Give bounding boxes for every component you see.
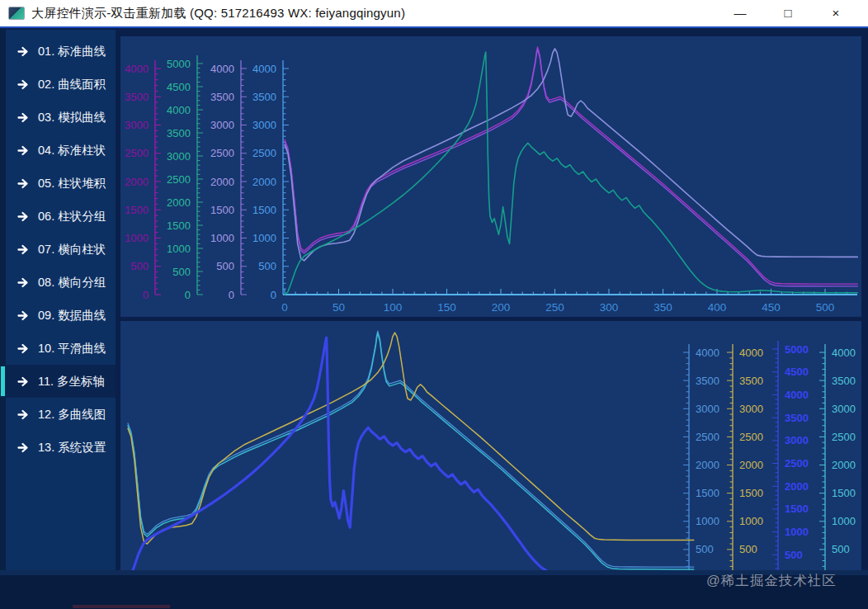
svg-text:2000: 2000 [252, 176, 276, 188]
svg-text:450: 450 [762, 301, 781, 314]
svg-text:4000: 4000 [832, 347, 856, 359]
svg-text:4000: 4000 [739, 347, 763, 359]
svg-text:2000: 2000 [125, 176, 149, 188]
sidebar-item-label: 01. 标准曲线 [38, 44, 106, 59]
svg-text:500: 500 [216, 260, 234, 272]
svg-text:500: 500 [816, 301, 835, 314]
svg-text:3500: 3500 [167, 127, 191, 139]
sidebar-item-03[interactable]: 03. 模拟曲线 [0, 101, 116, 134]
sidebar-item-label: 11. 多坐标轴 [38, 374, 105, 389]
svg-text:500: 500 [172, 266, 191, 278]
arrow-icon [17, 145, 30, 156]
curve-teal [285, 52, 857, 295]
sidebar: 01. 标准曲线02. 曲线面积03. 模拟曲线04. 标准柱状05. 柱状堆积… [0, 30, 116, 570]
svg-text:200: 200 [492, 301, 511, 314]
curve-purple [285, 50, 857, 286]
sidebar-item-label: 13. 系统设置 [38, 440, 106, 456]
svg-text:3000: 3000 [696, 403, 719, 415]
svg-text:3500: 3500 [210, 91, 234, 103]
sidebar-item-06[interactable]: 06. 柱状分组 [0, 200, 116, 233]
svg-text:3500: 3500 [785, 412, 809, 424]
sidebar-item-02[interactable]: 02. 曲线面积 [0, 68, 116, 101]
svg-text:350: 350 [653, 301, 672, 314]
svg-text:3000: 3000 [125, 119, 149, 131]
sidebar-item-label: 08. 横向分组 [38, 275, 106, 290]
close-button[interactable]: × [812, 0, 860, 26]
svg-text:0: 0 [143, 289, 149, 301]
svg-text:3500: 3500 [125, 91, 149, 103]
sidebar-item-13[interactable]: 13. 系统设置 [0, 431, 116, 464]
svg-text:500: 500 [696, 543, 714, 555]
arrow-icon [17, 277, 30, 288]
svg-text:4000: 4000 [125, 63, 149, 75]
svg-text:2000: 2000 [210, 176, 234, 188]
svg-text:1000: 1000 [210, 232, 234, 244]
window-controls: — □ × [716, 0, 860, 26]
svg-text:150: 150 [437, 301, 456, 314]
svg-text:0: 0 [281, 301, 288, 314]
arrow-icon [17, 442, 30, 453]
top-chart-svg: 0500100015002000250030003500400005001000… [120, 36, 861, 317]
svg-text:1500: 1500 [167, 220, 191, 232]
sidebar-item-10[interactable]: 10. 平滑曲线 [0, 332, 116, 365]
svg-text:2500: 2500 [167, 173, 191, 186]
svg-text:4000: 4000 [252, 63, 276, 75]
svg-text:2000: 2000 [739, 459, 763, 471]
svg-text:500: 500 [739, 543, 757, 555]
svg-text:4500: 4500 [167, 81, 191, 93]
svg-text:300: 300 [600, 301, 619, 314]
sidebar-item-09[interactable]: 09. 数据曲线 [0, 299, 116, 332]
svg-text:3500: 3500 [696, 375, 719, 387]
sidebar-item-11[interactable]: 11. 多坐标轴 [0, 365, 116, 398]
sidebar-item-label: 06. 柱状分组 [38, 209, 106, 224]
curve-yellow [128, 333, 694, 544]
sidebar-item-label: 02. 曲线面积 [38, 77, 106, 92]
app-icon [8, 7, 25, 20]
chart-area: 0500100015002000250030003500400005001000… [116, 30, 868, 609]
svg-text:3000: 3000 [832, 403, 856, 415]
svg-text:3000: 3000 [167, 150, 191, 163]
title-bar[interactable]: 大屏控件演示-双击重新加载 (QQ: 517216493 WX: feiyang… [0, 0, 868, 28]
sidebar-item-08[interactable]: 08. 横向分组 [0, 266, 116, 299]
svg-text:3500: 3500 [832, 375, 856, 387]
svg-text:2500: 2500 [696, 431, 719, 443]
sidebar-item-label: 07. 横向柱状 [38, 242, 106, 257]
sidebar-item-label: 04. 标准柱状 [38, 143, 106, 158]
svg-text:2000: 2000 [167, 196, 191, 209]
svg-text:500: 500 [130, 260, 149, 272]
arrow-icon [17, 244, 30, 255]
bottom-chart-svg: 0500100015002000250030003500400005001000… [120, 321, 861, 600]
arrow-icon [17, 376, 30, 387]
svg-text:1500: 1500 [252, 204, 276, 216]
svg-text:500: 500 [832, 543, 850, 555]
maximize-button[interactable]: □ [764, 0, 812, 26]
svg-text:4000: 4000 [210, 63, 234, 75]
sidebar-item-01[interactable]: 01. 标准曲线 [0, 35, 116, 68]
svg-text:1500: 1500 [125, 204, 149, 216]
sidebar-item-12[interactable]: 12. 多曲线图 [0, 398, 116, 431]
svg-text:2500: 2500 [739, 431, 763, 443]
svg-text:100: 100 [384, 301, 403, 314]
minimize-button[interactable]: — [716, 0, 764, 26]
arrow-icon [17, 112, 30, 123]
svg-text:4500: 4500 [785, 366, 809, 378]
sidebar-item-label: 10. 平滑曲线 [38, 341, 106, 356]
svg-text:250: 250 [545, 301, 564, 314]
sidebar-item-05[interactable]: 05. 柱状堆积 [0, 167, 116, 200]
svg-text:1000: 1000 [125, 232, 149, 244]
arrow-icon [17, 178, 30, 189]
svg-text:3000: 3000 [252, 119, 276, 131]
curve-royalblue [128, 338, 694, 578]
svg-text:2500: 2500 [252, 147, 276, 159]
svg-text:2000: 2000 [832, 459, 856, 471]
arrow-icon [17, 409, 30, 420]
sidebar-item-04[interactable]: 04. 标准柱状 [0, 134, 116, 167]
svg-text:2000: 2000 [696, 459, 719, 471]
svg-text:3000: 3000 [785, 434, 809, 446]
desktop-artifact [73, 605, 170, 608]
bottom-chart-panel[interactable]: 0500100015002000250030003500400005001000… [120, 321, 861, 600]
svg-text:1500: 1500 [785, 503, 809, 515]
sidebar-item-07[interactable]: 07. 横向柱状 [0, 233, 116, 266]
svg-text:1500: 1500 [832, 487, 856, 499]
top-chart-panel[interactable]: 0500100015002000250030003500400005001000… [120, 36, 861, 317]
